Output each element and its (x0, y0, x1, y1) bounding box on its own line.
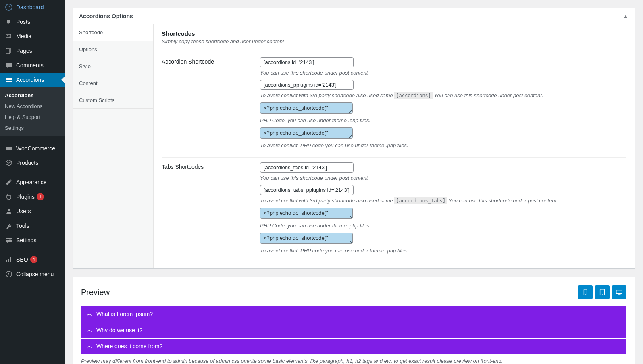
sidebar-item-collapse[interactable]: Collapse menu (0, 267, 65, 281)
svg-point-3 (9, 37, 10, 38)
sidebar-item-dashboard[interactable]: Dashboard (0, 0, 65, 15)
sidebar-item-seo[interactable]: SEO 4 (0, 252, 65, 267)
svg-point-22 (585, 294, 585, 295)
tabs-php-alt-textarea[interactable]: <?php echo do_shortcode(" (260, 233, 353, 244)
accordion-php-textarea[interactable]: <?php echo do_shortcode(" (260, 102, 353, 114)
code-snippet: [accordions_tabs] (394, 197, 447, 204)
pin-icon (5, 18, 13, 26)
accordion-php-alt-textarea[interactable]: <?php echo do_shortcode(" (260, 127, 353, 139)
tools-icon (5, 222, 13, 230)
field-tabs-shortcode: Tabs Shortcodes You can use this shortco… (162, 158, 626, 262)
plugins-icon (5, 193, 13, 201)
woo-icon (5, 144, 13, 152)
dashboard-icon (5, 3, 13, 11)
sidebar-label: Users (16, 208, 31, 214)
svg-point-14 (7, 238, 8, 239)
tab-content[interactable]: Content (73, 75, 153, 92)
accordion-preview-item[interactable]: ︿ Where does it come from? (81, 339, 626, 354)
field-hint: To avoid conflict, PHP code you can use … (260, 248, 626, 254)
tabs-php-textarea[interactable]: <?php echo do_shortcode(" (260, 208, 353, 219)
preview-panel: Preview ︿ What is Lorem Ipsum? ︿ Why do … (73, 277, 635, 364)
svg-rect-26 (618, 294, 620, 295)
sidebar-item-accordions[interactable]: Accordions (0, 73, 65, 87)
accordion-shortcode-alt-input[interactable] (260, 80, 354, 90)
field-hint: You can use this shortcode under post co… (260, 175, 626, 181)
section-desc: Simply copy these shortcode and user und… (162, 38, 626, 44)
users-icon (5, 207, 13, 215)
sidebar-label: Products (16, 160, 38, 166)
pages-icon (5, 47, 13, 55)
sidebar-label: Media (16, 33, 31, 40)
field-hint: To avoid conflict, PHP code you can use … (260, 142, 626, 148)
sidebar-item-plugins[interactable]: Plugins 1 (0, 189, 65, 204)
tabs-shortcode-alt-input[interactable] (260, 185, 354, 195)
sidebar-item-tools[interactable]: Tools (0, 218, 65, 233)
tab-custom-scripts[interactable]: Custom Scripts (73, 92, 153, 109)
seo-badge: 4 (30, 256, 37, 263)
svg-point-2 (7, 35, 8, 36)
comments-icon (5, 61, 13, 69)
tabs-shortcode-input[interactable] (260, 162, 354, 173)
tab-style[interactable]: Style (73, 58, 153, 75)
sidebar-item-pages[interactable]: Pages (0, 44, 65, 58)
accordion-shortcode-input[interactable] (260, 57, 354, 67)
device-desktop-button[interactable] (612, 285, 626, 299)
chevron-up-icon: ︿ (87, 343, 92, 350)
sidebar-subitem-new[interactable]: New Accordions (0, 101, 65, 112)
field-hint: To avoid conflict with 3rd party shortco… (260, 92, 626, 98)
options-panel: Accordions Options ▲ Shortcode Options S… (73, 8, 635, 269)
sidebar-item-settings[interactable]: Settings (0, 233, 65, 248)
seo-icon (5, 256, 13, 264)
sidebar-subitem-accordions[interactable]: Accordions (0, 90, 65, 101)
sidebar-subitem-help[interactable]: Help & Support (0, 112, 65, 123)
media-icon (5, 32, 13, 40)
settings-icon (5, 236, 13, 244)
accordion-preview-item[interactable]: ︿ Why do we use it? (81, 322, 626, 338)
sidebar-item-comments[interactable]: Comments (0, 58, 65, 73)
field-hint: To avoid conflict with 3rd party shortco… (260, 198, 626, 204)
main-content: Accordions Options ▲ Shortcode Options S… (65, 0, 643, 364)
sidebar-subitem-settings[interactable]: Settings (0, 123, 65, 133)
svg-rect-9 (6, 147, 12, 150)
accordion-label: What is Lorem Ipsum? (96, 311, 153, 317)
svg-point-20 (6, 271, 12, 277)
panel-title: Accordions Options (79, 13, 133, 19)
svg-rect-18 (8, 259, 9, 262)
sidebar-item-users[interactable]: Users (0, 204, 65, 218)
sidebar-item-media[interactable]: Media (0, 29, 65, 44)
sidebar-item-products[interactable]: Products (0, 156, 65, 170)
sidebar-item-appearance[interactable]: Appearance (0, 175, 65, 189)
panel-header: Accordions Options ▲ (73, 8, 635, 24)
sidebar-label: Appearance (16, 179, 47, 185)
sidebar-item-woocommerce[interactable]: WooCommerce (0, 141, 65, 156)
device-mobile-button[interactable] (578, 285, 593, 299)
menu-icon (5, 76, 13, 84)
tab-content-area: Shortcodes Simply copy these shortcode a… (154, 24, 635, 268)
sidebar-label: Posts (16, 19, 30, 25)
chevron-up-icon: ︿ (87, 327, 92, 334)
tab-shortcode[interactable]: Shortcode (73, 24, 153, 41)
field-label: Tabs Shortcodes (162, 162, 260, 258)
tab-options[interactable]: Options (73, 41, 153, 58)
sidebar-label: Settings (16, 237, 37, 243)
svg-point-10 (8, 209, 10, 211)
field-hint: You can use this shortcode under post co… (260, 70, 626, 76)
svg-rect-17 (6, 260, 7, 262)
section-title: Shortcodes (162, 30, 626, 37)
panel-toggle-icon[interactable]: ▲ (623, 13, 628, 19)
sidebar-label: Pages (16, 48, 32, 54)
sidebar-item-posts[interactable]: Posts (0, 15, 65, 29)
sidebar-label: Comments (16, 62, 44, 69)
sidebar-label: Plugins (16, 193, 35, 200)
svg-rect-8 (6, 81, 12, 82)
appearance-icon (5, 178, 13, 186)
accordion-label: Where does it come from? (96, 343, 162, 349)
accordion-preview-item[interactable]: ︿ What is Lorem Ipsum? (81, 306, 626, 322)
sidebar-label: Tools (16, 223, 29, 229)
field-hint: PHP Code, you can use under theme .php f… (260, 117, 626, 123)
preview-title: Preview (81, 288, 110, 297)
sidebar-label: WooCommerce (16, 145, 55, 152)
device-tablet-button[interactable] (595, 285, 610, 299)
tabs-nav: Shortcode Options Style Content Custom S… (73, 24, 154, 268)
admin-sidebar: Dashboard Posts Media Pages Comments Acc… (0, 0, 65, 364)
